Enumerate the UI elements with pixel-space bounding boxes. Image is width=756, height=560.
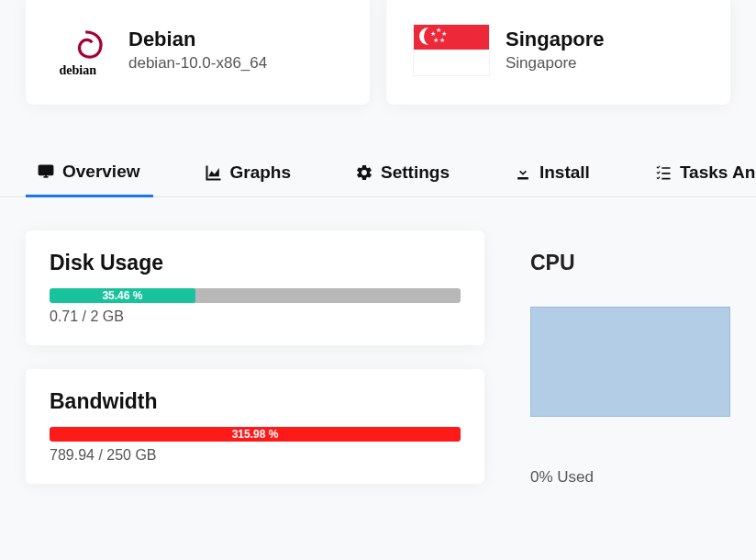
bandwidth-usage-text: 789.94 / 250 GB	[50, 447, 461, 464]
cpu-chart-area	[530, 307, 730, 417]
os-card: debian Debian debian-10.0-x86_64	[26, 0, 370, 105]
bandwidth-title: Bandwidth	[50, 389, 461, 414]
bandwidth-panel: Bandwidth 315.98 % 789.94 / 250 GB	[26, 369, 484, 484]
tab-bar: Overview Graphs Settings Install Tasks A…	[0, 152, 756, 197]
tab-tasks-logs[interactable]: Tasks And Logs	[643, 152, 756, 196]
disk-usage-title: Disk Usage	[50, 251, 461, 275]
svg-text:debian: debian	[59, 62, 96, 77]
bandwidth-progress: 315.98 %	[50, 427, 461, 442]
svg-rect-2	[40, 167, 51, 174]
tab-graphs[interactable]: Graphs	[194, 152, 305, 196]
download-icon	[514, 163, 532, 182]
os-subtitle: debian-10.0-x86_64	[128, 54, 267, 73]
cpu-title: CPU	[530, 251, 730, 275]
bandwidth-progress-fill: 315.98 %	[50, 427, 461, 442]
tab-tasks-logs-label: Tasks And Logs	[680, 162, 756, 183]
chart-area-icon	[205, 163, 223, 182]
monitor-icon	[37, 162, 55, 181]
singapore-flag-icon: ★ ★ ★ ★ ★	[414, 25, 489, 75]
tab-overview-label: Overview	[62, 162, 140, 182]
tab-install[interactable]: Install	[503, 152, 603, 196]
tab-settings-label: Settings	[381, 162, 450, 183]
os-title: Debian	[128, 28, 267, 51]
svg-rect-4	[45, 174, 47, 177]
cpu-used-label: 0% Used	[530, 468, 730, 487]
location-card: ★ ★ ★ ★ ★ Singapore Singapore	[386, 0, 730, 105]
location-subtitle: Singapore	[506, 54, 605, 73]
list-check-icon	[654, 163, 673, 182]
tab-graphs-label: Graphs	[230, 162, 292, 183]
location-title: Singapore	[506, 28, 605, 51]
cpu-panel: CPU 0% Used	[510, 230, 730, 487]
disk-progress-fill: 35.46 %	[50, 288, 195, 303]
gear-icon	[355, 163, 373, 182]
disk-usage-panel: Disk Usage 35.46 % 0.71 / 2 GB	[26, 230, 484, 345]
tab-settings[interactable]: Settings	[344, 152, 462, 196]
debian-icon: debian	[53, 20, 112, 79]
disk-progress: 35.46 %	[50, 288, 461, 303]
tab-overview[interactable]: Overview	[26, 152, 153, 197]
disk-usage-text: 0.71 / 2 GB	[50, 308, 461, 325]
tab-install-label: Install	[539, 162, 590, 183]
